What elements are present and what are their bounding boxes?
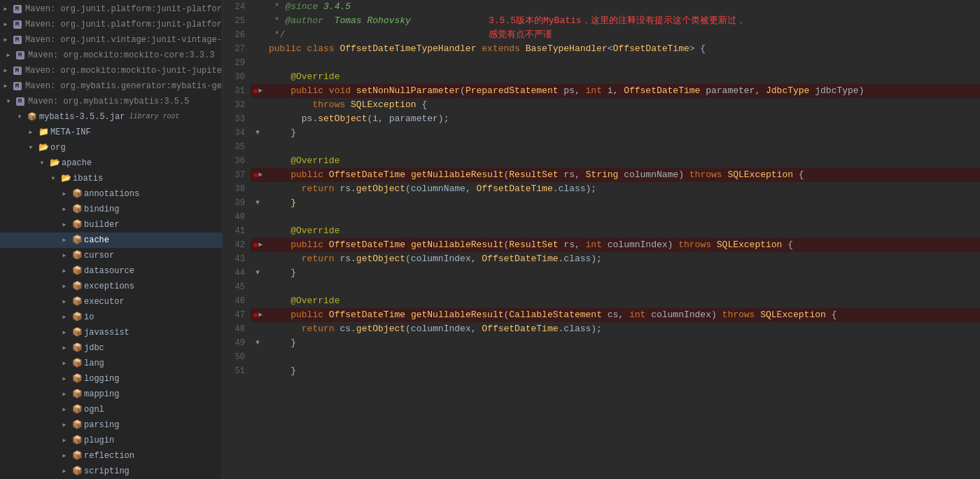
line-gutter <box>251 98 265 112</box>
arrow-down-icon <box>3 96 14 107</box>
line-number: 33 <box>223 112 251 126</box>
arrow-right-icon <box>0 81 11 92</box>
package-exceptions[interactable]: 📦 exceptions <box>0 279 222 294</box>
line-gutter <box>251 364 265 378</box>
package-icon: 📦 <box>71 450 83 461</box>
line-code: public OffsetDateTime getNullableResult(… <box>265 168 980 182</box>
line-code <box>265 350 980 364</box>
arrow-down-icon <box>25 142 36 153</box>
package-label: mapping <box>84 387 119 401</box>
package-lang[interactable]: 📦 lang <box>0 356 222 371</box>
package-ognl[interactable]: 📦 ognl <box>0 402 222 417</box>
package-label: builder <box>84 218 119 232</box>
line-gutter <box>251 322 265 336</box>
ibatis-folder[interactable]: 📂 ibatis <box>0 171 222 186</box>
line-gutter <box>251 280 265 294</box>
arrow-right-icon <box>59 358 70 369</box>
package-executor[interactable]: 📦 executor <box>0 294 222 310</box>
package-icon: 📦 <box>71 204 83 215</box>
maven-item-1[interactable]: M Maven: org.junit.platform:junit-platfo… <box>0 1 222 17</box>
line-gutter <box>251 28 265 42</box>
maven-item-4[interactable]: M Maven: org.mockito:mockito-core:3.3.3 <box>0 48 222 63</box>
package-io[interactable]: 📦 io <box>0 310 222 325</box>
line-gutter: ▼ <box>251 196 265 210</box>
line-number: 27 <box>223 42 251 56</box>
package-mapping[interactable]: 📦 mapping <box>0 387 222 402</box>
package-label: datasource <box>84 264 134 278</box>
maven-icon: M <box>15 96 27 107</box>
arrow-right-icon <box>59 219 70 230</box>
maven-label: Maven: org.mybatis:mybatis:3.5.5 <box>28 95 189 109</box>
mybatis-jar[interactable]: 📦 mybatis-3.5.5.jar library root <box>0 109 222 125</box>
maven-label: Maven: org.junit.vintage:junit-vintage-e… <box>25 33 223 47</box>
maven-label: Maven: org.mockito:mockito-core:3.3.3 <box>28 48 214 62</box>
org-folder[interactable]: 📂 org <box>0 140 222 155</box>
package-label: scripting <box>84 464 130 478</box>
maven-item-6[interactable]: M Maven: org.mybatis.generator:mybatis-g… <box>0 78 222 94</box>
package-annotations[interactable]: 📦 annotations <box>0 186 222 202</box>
package-icon: 📦 <box>71 235 83 246</box>
code-line-25: 25 * @author Tomas Rohovsky 3.5.5版本的MyBa… <box>223 14 980 28</box>
package-icon: 📦 <box>71 281 83 292</box>
arrow-right-icon <box>59 235 70 246</box>
package-reflection[interactable]: 📦 reflection <box>0 448 222 464</box>
code-editor[interactable]: 24 * @since 3.4.5 25 * @author Tomas Roh… <box>223 0 980 479</box>
apache-folder[interactable]: 📂 apache <box>0 155 222 171</box>
line-number: 29 <box>223 56 251 70</box>
line-gutter: ●▶ <box>251 308 265 322</box>
line-code <box>265 280 980 294</box>
package-label: logging <box>84 372 119 386</box>
package-icon: 📦 <box>71 435 83 446</box>
chinese-annotation-1: 3.5.5版本的MyBatis，这里的注释没有提示这个类被更新过， <box>489 14 746 28</box>
line-code <box>265 210 980 224</box>
line-gutter: ▼ <box>251 336 265 350</box>
line-number: 42 <box>223 238 251 252</box>
folder-open-icon: 📂 <box>60 173 71 184</box>
package-datasource[interactable]: 📦 datasource <box>0 263 222 279</box>
file-tree[interactable]: M Maven: org.junit.platform:junit-platfo… <box>0 0 223 479</box>
folder-label: org <box>50 141 66 155</box>
line-code: @Override <box>265 294 980 308</box>
arrow-right-icon <box>59 342 70 354</box>
package-javassist[interactable]: 📦 javassist <box>0 325 222 340</box>
meta-inf-folder[interactable]: 📁 META-INF <box>0 125 222 140</box>
line-gutter <box>251 70 265 84</box>
maven-label: Maven: org.junit.platform:junit-platform… <box>25 2 223 16</box>
arrow-right-icon <box>59 250 70 261</box>
package-icon: 📦 <box>71 389 83 400</box>
package-jdbc[interactable]: 📦 jdbc <box>0 340 222 356</box>
package-plugin[interactable]: 📦 plugin <box>0 433 222 448</box>
maven-item-2[interactable]: M Maven: org.junit.platform:junit-platfo… <box>0 17 222 32</box>
code-line-32: 32 throws SQLException { <box>223 98 980 112</box>
arrow-right-icon <box>59 419 70 431</box>
line-code: throws SQLException { <box>265 98 980 112</box>
line-gutter <box>251 224 265 238</box>
package-label: exceptions <box>84 279 134 293</box>
line-gutter <box>251 182 265 196</box>
package-label: executor <box>84 295 125 309</box>
package-scripting[interactable]: 📦 scripting <box>0 464 222 479</box>
arrow-down-icon <box>36 158 48 169</box>
package-logging[interactable]: 📦 logging <box>0 371 222 387</box>
package-cursor[interactable]: 📦 cursor <box>0 248 222 263</box>
maven-item-5[interactable]: M Maven: org.mockito:mockito-junit-jupit… <box>0 63 222 78</box>
line-number: 40 <box>223 210 251 224</box>
package-label: annotations <box>84 187 139 201</box>
line-gutter: ●▶ <box>251 238 265 252</box>
package-builder[interactable]: 📦 builder <box>0 217 222 232</box>
line-code <box>265 140 980 154</box>
code-line-37: 37 ●▶ public OffsetDateTime getNullableR… <box>223 168 980 182</box>
maven-mybatis-root[interactable]: M Maven: org.mybatis:mybatis:3.5.5 <box>0 94 222 109</box>
code-line-36: 36 @Override <box>223 154 980 168</box>
code-line-27: 27 public class OffsetDateTimeTypeHandle… <box>223 42 980 56</box>
maven-label: Maven: org.junit.platform:junit-platform… <box>25 18 223 32</box>
code-line-31: 31 ●▶ public void setNonNullParameter(Pr… <box>223 84 980 98</box>
maven-icon: M <box>15 50 27 61</box>
code-line-24: 24 * @since 3.4.5 <box>223 0 980 14</box>
maven-item-3[interactable]: M Maven: org.junit.vintage:junit-vintage… <box>0 32 222 48</box>
package-binding[interactable]: 📦 binding <box>0 202 222 217</box>
arrow-right-icon <box>59 188 70 200</box>
package-cache[interactable]: 📦 cache <box>0 232 222 248</box>
code-line-46: 46 @Override <box>223 294 980 308</box>
package-parsing[interactable]: 📦 parsing <box>0 417 222 433</box>
